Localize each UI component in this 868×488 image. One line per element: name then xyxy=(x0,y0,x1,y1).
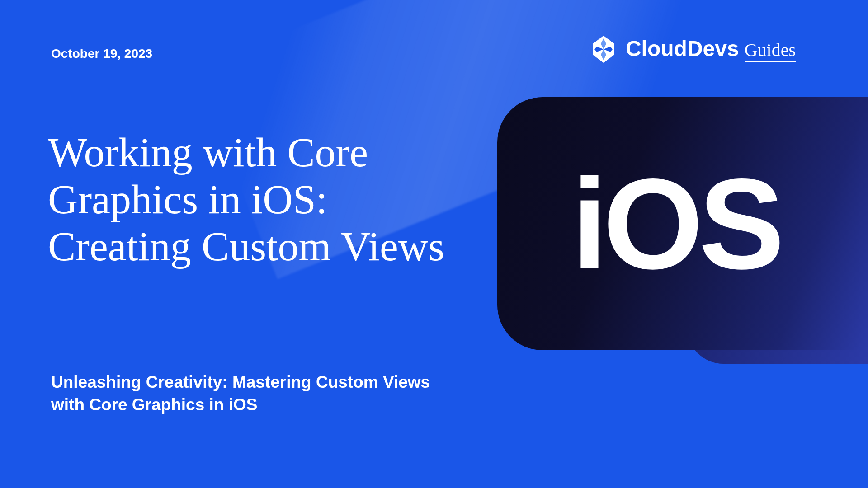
page-subtitle: Unleashing Creativity: Mastering Custom … xyxy=(51,371,467,416)
brand-logo: CloudDevs Guides xyxy=(588,34,796,65)
ios-badge: iOS xyxy=(497,97,868,350)
brand-text: CloudDevs Guides xyxy=(626,36,796,62)
ios-badge-text: iOS xyxy=(572,150,780,298)
brand-main-text: CloudDevs xyxy=(626,36,739,61)
cloud-devs-icon xyxy=(588,34,619,65)
page-title: Working with Core Graphics in iOS: Creat… xyxy=(48,129,464,270)
brand-sub-text: Guides xyxy=(745,39,796,62)
publish-date: October 19, 2023 xyxy=(51,47,152,61)
